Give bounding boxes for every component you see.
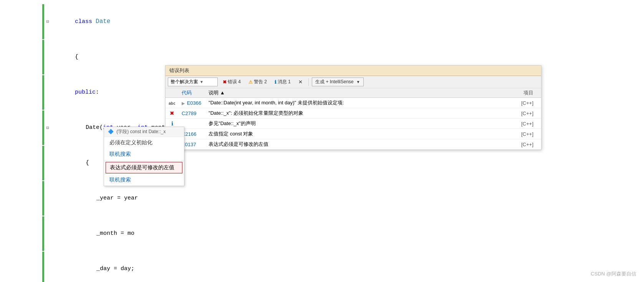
green-bar [42,181,44,216]
context-menu: 🔷 (字段) const int Date::_x 必须在定义初始化 联机搜索 … [104,127,184,186]
watermark-text: CSDN @阿森要自信 [591,271,636,277]
col-header-project: 项目 [494,88,541,98]
code-line-content: _day = day; [51,252,134,282]
collapse-marker[interactable]: ⊟ [44,19,51,25]
func-name: Date( [86,124,103,131]
filter-icon: ✕ [298,79,303,85]
green-bar [42,75,44,110]
error-table: 代码 说明 ▲ 项目 abc ▶ E0366 "Date:: [166,88,541,150]
row-desc: 参见"Date::_x"的声明 [205,119,494,129]
collapse-marker[interactable]: ⊟ [44,125,51,131]
warn-btn-label: 警告 2 [254,79,267,85]
code-line-content: _year = year [51,181,138,216]
filter-btn[interactable]: ✕ [296,78,305,86]
error-panel: 错误列表 整个解决方案 ▼ ✖ 错误 4 ⚠ 警告 2 ℹ 消息 1 ✕ 生成 … [165,65,541,150]
error-btn-label: 错误 4 [228,79,241,85]
code-line-1: ⊟ class Date [0,4,644,40]
row-desc: "Date::Date(int year, int month, int day… [205,98,494,108]
context-menu-item-search-2[interactable]: 联机搜索 [104,174,184,186]
abc-icon: abc [169,101,175,106]
code-value: E0366 [187,100,202,106]
punct: : [96,89,99,96]
brace: { [75,54,78,60]
error-row-icon: ✖ [170,110,174,116]
row-project: [C++] [494,139,541,150]
info-icon: ℹ [275,79,276,85]
info-btn-label: 消息 1 [278,79,291,85]
code-line-content: { [51,40,78,74]
code-line-5: { [0,145,644,181]
row-project: [C++] [494,119,541,129]
context-item-label-1: 必须在定义初始化 [109,139,152,145]
error-panel-title-text: 错误列表 [169,68,189,73]
error-toolbar: 整个解决方案 ▼ ✖ 错误 4 ⚠ 警告 2 ℹ 消息 1 ✕ 生成 + Int… [166,76,541,88]
table-row[interactable]: abc E0137 表达式必须是可修改的左值 [C++] [166,139,541,150]
info-btn[interactable]: ℹ 消息 1 [272,78,293,86]
context-item-label-search-1: 联机搜索 [109,151,131,157]
context-item-label-highlighted: 表达式必须是可修改的左值 [110,164,174,170]
green-bar [42,216,44,251]
intellisense-btn-label: 生成 + IntelliSense [315,79,354,85]
table-header-row: 代码 说明 ▲ 项目 [166,88,541,98]
code-line-7: _month = mo [0,216,644,251]
error-icon: ✖ [223,79,227,85]
row-code: ▶ E0366 [179,98,205,108]
col-header-desc: 说明 ▲ [205,88,494,98]
class-name: Date [96,18,110,25]
scope-select-arrow: ▼ [200,80,204,84]
context-menu-header-text: (字段) const int Date::_x [116,129,166,134]
table-row[interactable]: ✖ C2166 左值指定 const 对象 [C++] [166,129,541,139]
row-desc: 左值指定 const 对象 [205,129,494,139]
keyword: class [75,18,96,25]
info-row-icon: ℹ [171,120,173,127]
table-row[interactable]: abc ▶ E0366 "Date::Date(int year, int mo… [166,98,541,108]
code-line-content: class Date [51,4,110,39]
green-bar [42,252,44,282]
col-header-code: 代码 [179,88,205,98]
green-bar [42,40,44,74]
row-project: [C++] [494,108,541,119]
code-line-6: _year = year [0,181,644,216]
row-icon: abc [166,98,179,108]
intellisense-dropdown-icon: ▼ [356,80,360,84]
code-line-content: { [51,146,89,180]
row-code: C2789 [179,108,205,119]
green-bar [42,146,44,180]
col-header-icon [166,88,179,98]
intellisense-btn[interactable]: 生成 + IntelliSense ▼ [312,78,364,86]
row-project: [C++] [494,129,541,139]
warn-icon: ⚠ [248,79,253,85]
toolbar-divider [308,78,309,86]
row-desc: "Date::_x": 必须初始化常量限定类型的对象 [205,108,494,119]
code-line-content: _month = mo [51,216,134,251]
context-item-label-search-2: 联机搜索 [109,176,131,183]
row-project: [C++] [494,98,541,108]
error-btn[interactable]: ✖ 错误 4 [220,78,243,86]
field-icon: 🔷 [108,129,114,134]
warn-btn[interactable]: ⚠ 警告 2 [246,78,270,86]
context-menu-item-highlighted[interactable]: 表达式必须是可修改的左值 [106,162,182,173]
watermark: CSDN @阿森要自信 [591,270,636,277]
row-icon: ✖ [166,108,179,119]
code-line-content: public: [51,75,99,110]
scope-select[interactable]: 整个解决方案 ▼ [168,78,218,86]
scope-label: 整个解决方案 [171,79,198,85]
context-menu-header: 🔷 (字段) const int Date::_x [104,127,184,137]
context-menu-separator [104,161,184,161]
code-line-8: _day = day; [0,251,644,282]
context-menu-item-search-1[interactable]: 联机搜索 [104,148,184,160]
expand-icon[interactable]: ▶ [182,101,185,106]
row-desc: 表达式必须是可修改的左值 [205,139,494,150]
keyword: public [75,89,96,96]
table-row[interactable]: ℹ 参见"Date::_x"的声明 [C++] [166,119,541,129]
table-row[interactable]: ✖ C2789 "Date::_x": 必须初始化常量限定类型的对象 [C++] [166,108,541,119]
context-menu-item-1[interactable]: 必须在定义初始化 [104,137,184,148]
error-panel-title: 错误列表 [166,66,541,76]
